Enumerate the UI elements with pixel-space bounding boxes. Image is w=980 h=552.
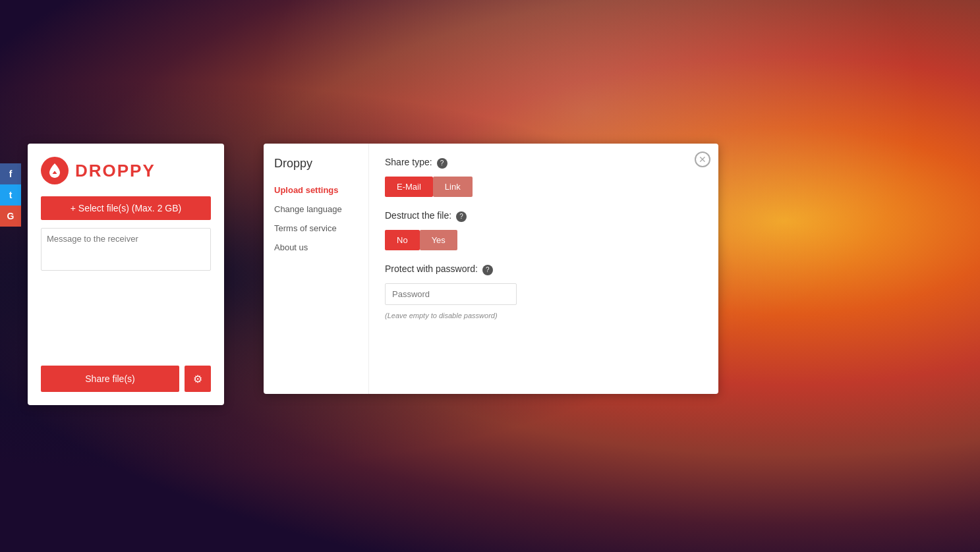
logo-area: DROPPY [41,157,211,184]
close-button[interactable]: ✕ [695,152,710,167]
destruct-buttons: No Yes [385,230,703,250]
logo-text: DROPPY [75,161,156,181]
facebook-icon: f [9,169,13,179]
settings-content: ✕ Share type: ? E-Mail Link Destruct the… [369,144,718,394]
google-plus-icon: G [7,211,14,221]
settings-panel: Droppy Upload settings Change language T… [264,144,718,394]
gear-icon: ⚙ [193,373,202,385]
twitter-icon: t [9,190,13,200]
droppy-logo-icon [41,157,69,184]
destruct-label: Destruct the file: ? [385,210,703,222]
bottom-actions: Share file(s) ⚙ [41,366,211,392]
share-type-section: Share type: ? E-Mail Link [385,157,703,197]
password-input[interactable] [385,283,517,305]
nav-item-terms-of-service[interactable]: Terms of service [274,221,358,236]
destruct-no-button[interactable]: No [385,230,420,250]
close-icon: ✕ [699,155,706,164]
password-section: Protect with password: ? (Leave empty to… [385,263,703,321]
select-files-button[interactable]: + Select file(s) (Max. 2 GB) [41,196,211,220]
share-files-button[interactable]: Share file(s) [41,366,179,392]
password-label: Protect with password: ? [385,263,703,275]
twitter-button[interactable]: t [0,184,21,206]
nav-item-about-us[interactable]: About us [274,240,358,255]
nav-item-change-language[interactable]: Change language [274,202,358,217]
share-type-help-icon[interactable]: ? [437,158,447,169]
social-sidebar: f t G [0,163,21,227]
share-type-email-button[interactable]: E-Mail [385,177,433,197]
destruct-help-icon[interactable]: ? [456,211,467,222]
share-type-buttons: E-Mail Link [385,177,703,197]
share-type-link-button[interactable]: Link [433,177,473,197]
message-textarea[interactable] [41,228,211,271]
settings-nav: Droppy Upload settings Change language T… [264,144,369,394]
password-help-icon[interactable]: ? [482,265,493,275]
settings-nav-title: Droppy [274,157,358,171]
nav-item-upload-settings[interactable]: Upload settings [274,182,358,198]
google-plus-button[interactable]: G [0,206,21,227]
destruct-yes-button[interactable]: Yes [420,230,457,250]
password-hint: (Leave empty to disable password) [385,312,498,319]
destruct-section: Destruct the file: ? No Yes [385,210,703,250]
facebook-button[interactable]: f [0,163,21,184]
main-card: DROPPY + Select file(s) (Max. 2 GB) Shar… [28,144,224,405]
settings-button[interactable]: ⚙ [185,366,211,392]
share-type-label: Share type: ? [385,157,703,169]
